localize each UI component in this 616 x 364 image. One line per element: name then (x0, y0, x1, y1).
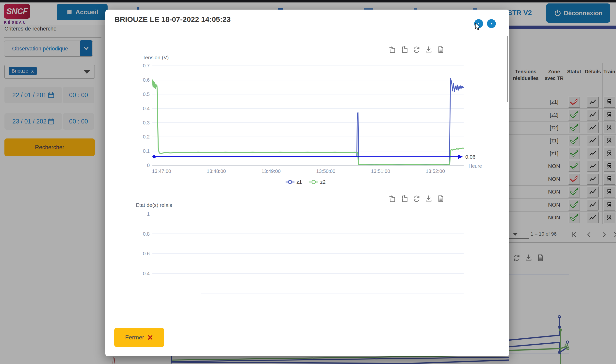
tension-chart-legend: z1z2 (286, 179, 325, 185)
mouse-cursor (475, 23, 482, 31)
dialog-title: BRIOUZE LE 18-07-2022 14:05:23 (114, 15, 231, 24)
download-icon[interactable] (425, 195, 433, 203)
svg-text:13:47:00: 13:47:00 (152, 168, 171, 174)
legend-label: z2 (320, 179, 325, 185)
tension-chart[interactable]: 00.10.20.30.40.50.60.713:47:0013:48:0013… (137, 47, 490, 177)
svg-text:0.5: 0.5 (143, 91, 150, 97)
svg-text:13:52:00: 13:52:00 (426, 168, 445, 174)
svg-text:0.6: 0.6 (143, 77, 150, 83)
svg-text:0.7: 0.7 (143, 63, 150, 68)
svg-text:0.8: 0.8 (143, 231, 150, 237)
svg-text:1: 1 (147, 211, 150, 217)
close-x-icon: ✕ (147, 333, 153, 342)
legend-item-z2[interactable]: z2 (309, 179, 325, 185)
svg-text:0.1: 0.1 (143, 148, 150, 154)
svg-text:0.4: 0.4 (143, 271, 150, 276)
screen: SNCF RÉSEAU Accueil STR V2 Déconnexion C… (0, 0, 616, 364)
svg-text:0.2: 0.2 (143, 134, 150, 139)
play-right-icon (489, 22, 493, 26)
svg-text:13:49:00: 13:49:00 (261, 168, 281, 174)
modal-scrollbar[interactable] (507, 36, 508, 102)
svg-text:0.3: 0.3 (143, 120, 150, 125)
zoom-selection-icon[interactable] (389, 195, 396, 203)
svg-text:0.6: 0.6 (143, 251, 150, 256)
relay-axis-title: Etat de(s) relais (136, 202, 172, 208)
next-record-button[interactable] (487, 19, 496, 28)
close-dialog-button[interactable]: Fermer ✕ (114, 328, 164, 347)
relay-chart-toolbar (389, 195, 445, 203)
svg-text:0.06: 0.06 (465, 154, 475, 160)
legend-item-z1[interactable]: z1 (286, 179, 302, 185)
svg-text:Heure: Heure (469, 163, 482, 169)
legend-label: z1 (296, 179, 302, 185)
close-button-label: Fermer (125, 334, 144, 341)
svg-text:13:50:00: 13:50:00 (316, 168, 335, 174)
document-icon[interactable] (437, 195, 445, 203)
svg-text:0: 0 (147, 163, 150, 168)
zoom-back-icon[interactable] (401, 195, 408, 203)
svg-text:13:51:00: 13:51:00 (371, 168, 390, 174)
svg-text:0.4: 0.4 (143, 106, 150, 111)
svg-text:13:48:00: 13:48:00 (207, 168, 226, 174)
refresh-icon[interactable] (413, 195, 421, 203)
relay-chart[interactable]: 10.80.60.4 (137, 208, 490, 299)
